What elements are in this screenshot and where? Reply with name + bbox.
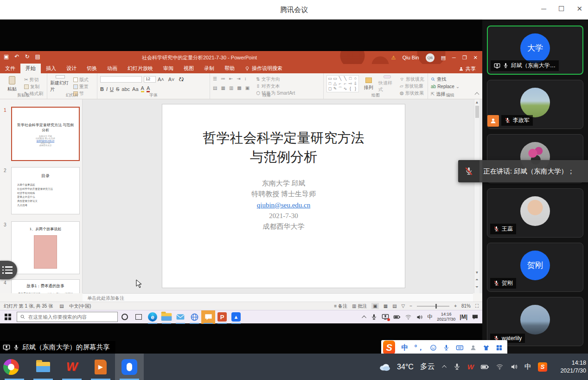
new-slide-button[interactable]: 新建幻灯片 <box>50 75 70 93</box>
zoom-level[interactable]: 81% <box>461 303 471 309</box>
align-left-button[interactable]: ▤ <box>213 85 217 90</box>
account-name[interactable]: Qiu Bin <box>403 55 419 60</box>
tab-transitions[interactable]: 切换 <box>82 64 102 73</box>
tab-view[interactable]: 视图 <box>179 64 199 73</box>
punctuation-toggle[interactable]: °， <box>414 343 424 352</box>
edge-icon[interactable]: e <box>146 310 160 324</box>
participant-tile-lizhengjun[interactable]: 李政军 <box>487 80 583 129</box>
participant-tile-wangrui[interactable]: 王蕊 <box>487 188 583 238</box>
weather-icon[interactable] <box>378 361 390 373</box>
numbering-button[interactable]: ≔ <box>221 76 225 81</box>
toolbox-icon[interactable] <box>496 344 503 352</box>
wechat-icon[interactable] <box>201 310 215 324</box>
align-center-button[interactable]: ▦ <box>221 85 225 90</box>
ppt-share-button[interactable]: 共享 <box>459 65 476 72</box>
shapes-gallery[interactable]: ▭▭╲╲□○ □△⌐⌐⇨⇩ ◻✎⌒∿{} <box>326 75 359 92</box>
paste-button[interactable]: 粘贴 <box>3 75 21 93</box>
clock[interactable]: 14:18 2021/7/30 <box>554 359 586 375</box>
speaker-icon[interactable] <box>416 314 423 321</box>
tab-animations[interactable]: 动画 <box>102 64 122 73</box>
tencent-meeting-taskbar-icon[interactable] <box>115 354 144 380</box>
find-button[interactable]: 查找 <box>431 76 469 82</box>
highlight-button[interactable]: A <box>141 85 144 92</box>
account-icon[interactable] <box>470 344 477 352</box>
ime-mode-toggle[interactable]: 中 <box>401 343 408 352</box>
browser-icon[interactable] <box>0 354 29 380</box>
ppt-close-button[interactable]: ✕ <box>473 55 478 61</box>
microphone-icon[interactable] <box>371 314 377 321</box>
search-input[interactable] <box>28 314 112 320</box>
spellcheck-icon[interactable]: ▤ <box>59 303 64 309</box>
shrink-font-button[interactable]: A˅ <box>168 77 175 82</box>
wps-tray-icon[interactable]: W <box>467 363 474 371</box>
sogou-tray-icon[interactable]: S <box>538 362 547 372</box>
powerpoint-icon[interactable]: P <box>215 310 229 324</box>
font-size-box[interactable]: 12 <box>144 76 156 83</box>
minimize-button[interactable]: ─ <box>541 5 546 13</box>
participant-tile-waterlily[interactable]: waterlily <box>487 297 583 346</box>
email-link[interactable]: qiubin@seu.edu.cn <box>162 200 405 211</box>
ime-indicator[interactable]: 中 <box>524 362 531 371</box>
collapse-ribbon-button[interactable] <box>475 92 479 97</box>
previous-slide-button[interactable]: ⏶ <box>474 277 479 282</box>
strikethrough-button[interactable]: S <box>116 86 119 92</box>
screen-share-tray-icon[interactable] <box>382 313 389 321</box>
bullets-button[interactable]: ☰ <box>213 76 217 81</box>
tell-me-search[interactable]: 操作说明搜索 <box>240 64 287 73</box>
participant-tile-qiubin[interactable]: 大学 邱斌（东南大学… <box>487 26 583 75</box>
account-avatar[interactable]: QB <box>426 53 435 62</box>
scrollbar-thumb[interactable] <box>475 106 479 118</box>
browser-globe-icon[interactable] <box>187 310 201 324</box>
wps-icon[interactable]: W <box>58 354 86 380</box>
weather-temp[interactable]: 34°C <box>397 363 414 371</box>
notes-toggle[interactable]: ≡ 备注 <box>334 303 347 309</box>
tab-insert[interactable]: 插入 <box>41 64 61 73</box>
layout-button[interactable]: 版式 <box>73 77 89 83</box>
view-slideshow-button[interactable]: ▽ <box>402 303 405 309</box>
fit-to-window-button[interactable]: ⛶ <box>475 303 479 309</box>
next-slide-button[interactable]: ⏷ <box>474 285 479 290</box>
preview-icon[interactable]: ▤ <box>35 53 40 60</box>
ribbon-display-icon[interactable]: ▤ <box>441 55 446 61</box>
view-reading-button[interactable]: ▤ <box>392 303 396 309</box>
slide-editor[interactable]: 哲学社会科学定量研究方法 与范例分析 东南大学 邱斌 特聘教授 博士生导师 qi… <box>83 99 473 293</box>
voice-input-icon[interactable] <box>443 344 450 352</box>
soft-keyboard-icon[interactable] <box>456 343 464 352</box>
underline-button[interactable]: U <box>110 86 114 92</box>
slide-thumbnail-2[interactable]: 目录 从两个故事说起 社会科学中的主要定量研究方法 经济学有何特殊 定量之外是什… <box>11 167 80 214</box>
speaker-icon[interactable] <box>510 363 518 371</box>
copy-button[interactable]: 复制 <box>24 84 43 90</box>
font-color-button[interactable]: A <box>147 85 150 92</box>
hidden-icons-chevron[interactable] <box>362 315 366 320</box>
clock[interactable]: 14:16 2021/7/30 <box>437 312 455 322</box>
indent-increase-button[interactable]: ⇥ <box>236 76 240 81</box>
start-button[interactable] <box>5 314 11 320</box>
taskbar-search[interactable] <box>17 312 118 322</box>
text-direction-button[interactable]: ⇅文字方向 <box>256 76 295 82</box>
maximize-button[interactable]: ☐ <box>558 5 564 13</box>
tab-design[interactable]: 设计 <box>61 64 82 73</box>
zoom-in-button[interactable]: + <box>454 303 457 309</box>
shape-outline-button[interactable]: ▱形状轮廓 <box>400 83 424 89</box>
notes-pane[interactable]: 单击此处添加备注 <box>83 293 473 302</box>
warning-icon[interactable]: ⚠ <box>391 55 396 61</box>
tab-record[interactable]: 录制 <box>199 64 219 73</box>
slide-thumbnail-4[interactable]: 故事1：费孝通的故事 费孝通最早出版的Peasant Life in China… <box>11 279 80 293</box>
hidden-icons-chevron[interactable] <box>442 365 447 370</box>
tab-help[interactable]: 帮助 <box>219 64 240 73</box>
emoji-icon[interactable] <box>430 344 437 352</box>
battery-icon[interactable] <box>393 313 401 321</box>
tab-home[interactable]: 开始 <box>20 64 41 73</box>
clear-format-button[interactable]: 🗘 <box>179 77 184 82</box>
indent-decrease-button[interactable]: ⇤ <box>229 76 233 81</box>
tencent-meeting-icon[interactable]: ▲ <box>229 310 243 324</box>
quick-styles-button[interactable]: 快速样式 <box>378 75 396 93</box>
undo-icon[interactable]: ↶ <box>14 53 19 60</box>
font-name-box[interactable] <box>100 76 142 83</box>
wifi-icon[interactable] <box>405 314 412 321</box>
cut-button[interactable]: ✂剪切 <box>24 77 43 83</box>
sogou-logo-icon[interactable]: S <box>383 341 395 354</box>
ime-indicator[interactable]: 中 <box>427 313 433 321</box>
zoom-out-button[interactable]: − <box>409 303 412 309</box>
ppt-restore-button[interactable]: ❐ <box>462 55 467 61</box>
